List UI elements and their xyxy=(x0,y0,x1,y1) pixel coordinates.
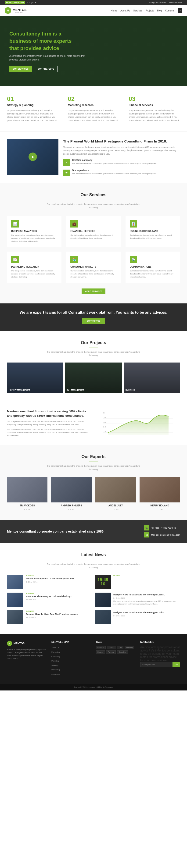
expert-social-1: f t g+ xyxy=(7,508,48,510)
nav-blog[interactable]: Blog xyxy=(157,9,162,12)
footer-col-services: SERVICES LINK About Us Marketing Consult… xyxy=(52,641,91,677)
expert3-twitter[interactable]: t xyxy=(115,508,115,510)
exp-icon: ★ xyxy=(63,169,70,176)
svg-text:0.2k: 0.2k xyxy=(103,431,106,432)
services-grid: 📊 BUSINESS ANALYTICS Our independent con… xyxy=(7,216,180,283)
service-desc-analytics: Our independent consultants, have from t… xyxy=(11,234,57,243)
tag-consulting[interactable]: Consulting xyxy=(117,650,128,654)
our-projects-button[interactable]: OUR PROJECTS xyxy=(34,66,58,72)
logo-sub: CONSULTANT xyxy=(12,12,27,13)
news-title-5[interactable]: Designer Have To Make Sure The Prototype… xyxy=(113,593,180,596)
news-meta-6: By Chris • 01/11 xyxy=(113,615,180,617)
news-thumb-6 xyxy=(95,610,111,624)
footer-services-title: SERVICES LINK xyxy=(52,641,91,643)
cta-banner: We are expert teams for all Consultant w… xyxy=(0,303,187,331)
tag-industry[interactable]: Industry xyxy=(107,646,116,649)
project-factory[interactable]: Factory Management xyxy=(7,363,63,393)
expert-social-3: f t g+ xyxy=(95,508,136,510)
expert1-facebook[interactable]: f xyxy=(24,508,25,510)
footer-link-marketing[interactable]: Marketing xyxy=(52,651,60,653)
tag-planning[interactable]: Planning xyxy=(125,646,134,649)
nav-contacts[interactable]: Contacts xyxy=(165,9,175,12)
cert-icon: ✓ xyxy=(63,159,70,166)
present-title: The Present World Most Prestigious Consu… xyxy=(63,139,180,144)
service-name-marketing: MARKETING RESEARCH xyxy=(11,266,57,268)
nav-projects[interactable]: Projects xyxy=(146,9,154,12)
hero-line2: business of more experts xyxy=(9,38,72,44)
subscribe-button[interactable]: GO xyxy=(173,662,180,668)
present-img-placeholder: ▶ xyxy=(7,139,58,175)
certified-block: ✓ Certified company The pleasant sequenc… xyxy=(63,159,180,166)
news-title-3[interactable]: Designer Have To Make Sure The Prototype… xyxy=(26,613,92,616)
project-ict[interactable]: ICT Management xyxy=(65,363,122,393)
google-icon[interactable]: g+ xyxy=(31,1,33,4)
tag-finance[interactable]: Finance xyxy=(96,650,105,654)
footer-col-tags: TAGS Business Industry Law Planning Fina… xyxy=(96,641,135,677)
nav-services[interactable]: Services xyxy=(133,9,142,12)
experts-subtitle: Our development apt to do the projects t… xyxy=(47,464,140,471)
expert4-google[interactable]: g+ xyxy=(161,508,163,510)
hero-desc: A consulting or consultancy firm is a bu… xyxy=(9,54,89,62)
expert1-google[interactable]: g+ xyxy=(28,508,30,510)
expert-photo-3 xyxy=(95,477,136,502)
clock-display: 15:49 16 xyxy=(95,578,111,586)
footer-link-about[interactable]: About Us xyxy=(52,647,59,649)
twitter-icon[interactable]: t xyxy=(29,1,30,4)
news-content-3: Business Designer Have To Make Sure The … xyxy=(26,610,92,624)
stats-text: Mentos consultant firm worldwide serving… xyxy=(7,409,91,438)
facebook-icon[interactable]: f xyxy=(27,1,28,4)
expert-3: ANGEL JULY f t g+ xyxy=(95,477,136,510)
feature-title-1: Strategy & planning xyxy=(7,103,58,107)
marketing-icon: 📈 xyxy=(11,256,19,263)
news-title-2[interactable]: Make Sure The Prototype Looks Finished B… xyxy=(26,595,92,598)
expert2-google[interactable]: g+ xyxy=(72,508,74,510)
expert1-twitter[interactable]: t xyxy=(26,508,27,510)
news-content-clock: Design xyxy=(113,575,180,589)
nav-home[interactable]: Home xyxy=(111,9,117,12)
our-services-button[interactable]: OUR SERVICES xyxy=(9,66,32,72)
top-bar-left: FREE CONSULTING f t g+ ▶ xyxy=(5,1,36,4)
subscribe-input[interactable] xyxy=(140,662,173,668)
analytics-icon: 📊 xyxy=(11,220,19,227)
tag-law[interactable]: Law xyxy=(117,646,123,649)
expert4-twitter[interactable]: t xyxy=(159,508,159,510)
project-business[interactable]: Business xyxy=(124,363,180,393)
news-cat-3: Business xyxy=(26,610,92,612)
expert3-facebook[interactable]: f xyxy=(113,508,113,510)
play-button[interactable]: ▶ xyxy=(29,153,37,161)
contact-us-button[interactable]: CONTACT US xyxy=(82,318,105,324)
footer-link-planning[interactable]: Planning xyxy=(52,660,59,662)
news-row-3: Business Designer Have To Make Sure The … xyxy=(7,610,180,624)
news-title-6[interactable]: Designer Have To Make Sure The Prototype… xyxy=(113,611,180,614)
tag-planning2[interactable]: Planning xyxy=(106,650,116,654)
nav-about[interactable]: About Us xyxy=(120,9,130,12)
expert-social-2: f t g+ xyxy=(51,508,92,510)
footer-link-consulting2[interactable]: Consulting xyxy=(52,673,60,675)
footer-grid: M MENTOS Mentos is an exploring old gene… xyxy=(7,641,180,677)
news-title-1[interactable]: The Phrasal Sequence Of The Lorem Ipsum … xyxy=(26,577,92,580)
more-services-button[interactable]: MORE SERVICES xyxy=(82,288,106,294)
project-factory-label: Factory Management xyxy=(7,387,32,393)
projects-divider xyxy=(89,348,98,348)
search-icon: ⌕ xyxy=(180,9,181,12)
expert3-google[interactable]: g+ xyxy=(116,508,119,510)
footer-link-item: Consulting xyxy=(52,654,91,658)
hero-line1: Consultancy firm is a xyxy=(9,31,61,37)
expert-name-4: HERRY HOLAND xyxy=(139,504,180,507)
expert2-twitter[interactable]: t xyxy=(70,508,71,510)
tag-business[interactable]: Business xyxy=(96,646,106,649)
copyright-text: Copyright © 2016 mentos | All Rights Res… xyxy=(7,686,180,688)
expert-photo-2 xyxy=(51,477,92,502)
footer-link-strategy[interactable]: Strategy xyxy=(52,664,58,666)
service-card-financial: 💼 FINANCIAL SERVICES Our independent con… xyxy=(66,216,121,247)
svg-text:0.6k: 0.6k xyxy=(103,422,106,423)
footer-link-marketing2[interactable]: Marketing xyxy=(52,669,60,671)
news-divider xyxy=(89,560,98,560)
youtube-icon[interactable]: ▶ xyxy=(35,1,36,4)
contact-mail-row: ✉ Mail us : mentos.09@mail.com xyxy=(144,532,180,537)
expert2-facebook[interactable]: f xyxy=(68,508,69,510)
hero-line3: that provides advice xyxy=(9,45,59,51)
expert4-facebook[interactable]: f xyxy=(157,508,157,510)
footer-link-consulting[interactable]: Consulting xyxy=(52,655,60,657)
search-button[interactable]: ⌕ xyxy=(178,8,182,13)
